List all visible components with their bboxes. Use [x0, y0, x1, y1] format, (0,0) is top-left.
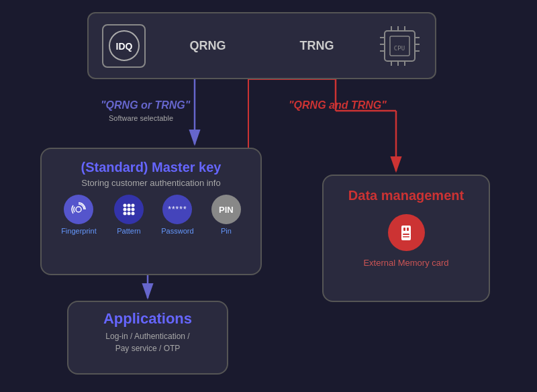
- master-key-title: (Standard) Master key: [42, 149, 260, 175]
- svg-point-31: [124, 204, 127, 207]
- svg-point-39: [132, 212, 135, 215]
- memory-card-icon: [388, 214, 425, 251]
- applications-title: Applications: [68, 302, 227, 328]
- svg-rect-40: [401, 226, 411, 240]
- trng-label: TRNG: [300, 39, 334, 53]
- svg-point-30: [76, 207, 81, 212]
- svg-rect-44: [403, 236, 409, 238]
- svg-point-36: [132, 208, 135, 211]
- applications-subtitle: Log-in / Authentication /Pay service / O…: [68, 330, 227, 354]
- applications-box: Applications Log-in / Authentication /Pa…: [67, 301, 228, 375]
- auth-item-password: ***** Password: [161, 195, 193, 235]
- data-management-box: Data management External Memory card: [322, 175, 490, 302]
- svg-rect-41: [403, 228, 405, 231]
- master-key-box: (Standard) Master key Storing customer a…: [40, 148, 262, 275]
- svg-text:IDQ: IDQ: [115, 41, 132, 52]
- hardware-box: IDQ QRNG TRNG: [87, 12, 436, 79]
- svg-point-32: [128, 204, 131, 207]
- svg-rect-42: [407, 228, 409, 231]
- diagram-container: TRNG arrows (bidirectional) --> IDQ QRNG: [0, 0, 537, 392]
- fingerprint-label: Fingerprint: [61, 227, 97, 235]
- svg-point-35: [128, 208, 131, 211]
- svg-text:CPU: CPU: [394, 44, 405, 51]
- data-management-title: Data management: [348, 176, 464, 203]
- svg-point-33: [132, 204, 135, 207]
- master-key-subtitle: Storing customer authentication info: [42, 178, 260, 188]
- svg-point-38: [128, 212, 131, 215]
- password-icon: *****: [162, 195, 192, 224]
- idq-logo: IDQ: [102, 24, 146, 68]
- qrng-label: QRNG: [190, 39, 226, 53]
- pattern-label: Pattern: [117, 227, 140, 235]
- chip-icon: CPU: [378, 24, 422, 68]
- label-qrng-or-trng: "QRNG or TRNG": [101, 99, 190, 111]
- svg-point-34: [124, 208, 127, 211]
- svg-point-37: [124, 212, 127, 215]
- svg-rect-43: [403, 234, 409, 235]
- hardware-labels: QRNG TRNG: [146, 39, 378, 53]
- label-qrng-and-trng: "QRNG and TRNG": [289, 99, 387, 111]
- auth-item-fingerprint: Fingerprint: [61, 195, 97, 235]
- pattern-icon: [114, 195, 144, 224]
- auth-item-pin: PIN Pin: [211, 195, 241, 235]
- label-software-selectable: Software selectable: [109, 114, 173, 122]
- pin-label: Pin: [221, 227, 232, 235]
- external-memory-label: External Memory card: [363, 258, 448, 268]
- pin-icon: PIN: [211, 195, 241, 224]
- password-label: Password: [161, 227, 193, 235]
- auth-item-pattern: Pattern: [114, 195, 144, 235]
- auth-icons: Fingerprint Pa: [42, 188, 260, 240]
- fingerprint-icon: [64, 195, 93, 224]
